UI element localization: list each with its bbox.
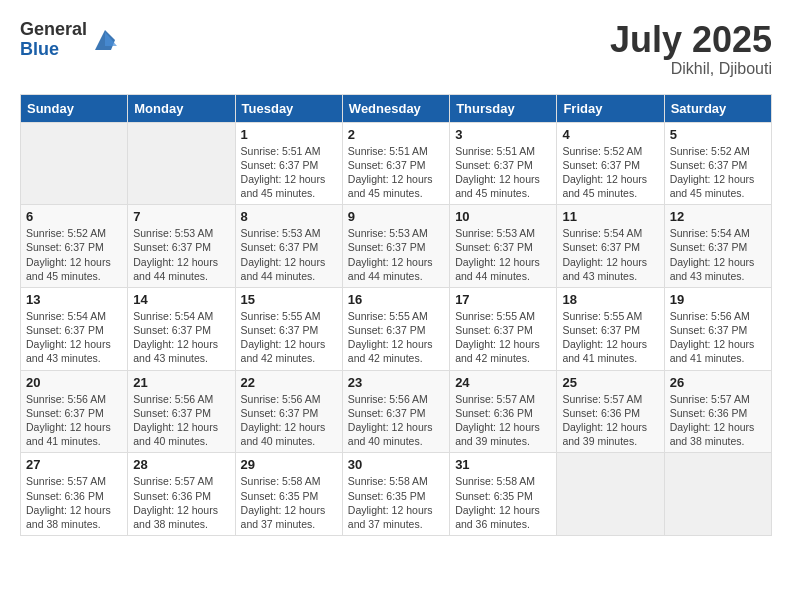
day-number: 25 xyxy=(562,375,658,390)
day-info: Sunrise: 5:51 AM Sunset: 6:37 PM Dayligh… xyxy=(241,144,337,201)
calendar-cell xyxy=(664,453,771,536)
day-number: 18 xyxy=(562,292,658,307)
calendar-week-row: 20Sunrise: 5:56 AM Sunset: 6:37 PM Dayli… xyxy=(21,370,772,453)
calendar-cell: 28Sunrise: 5:57 AM Sunset: 6:36 PM Dayli… xyxy=(128,453,235,536)
weekday-header: Sunday xyxy=(21,94,128,122)
calendar-cell: 1Sunrise: 5:51 AM Sunset: 6:37 PM Daylig… xyxy=(235,122,342,205)
day-number: 10 xyxy=(455,209,551,224)
day-number: 29 xyxy=(241,457,337,472)
day-number: 19 xyxy=(670,292,766,307)
day-number: 12 xyxy=(670,209,766,224)
day-number: 16 xyxy=(348,292,444,307)
weekday-header: Wednesday xyxy=(342,94,449,122)
calendar-cell: 29Sunrise: 5:58 AM Sunset: 6:35 PM Dayli… xyxy=(235,453,342,536)
day-info: Sunrise: 5:58 AM Sunset: 6:35 PM Dayligh… xyxy=(241,474,337,531)
day-number: 22 xyxy=(241,375,337,390)
logo-blue: Blue xyxy=(20,40,87,60)
calendar-cell: 15Sunrise: 5:55 AM Sunset: 6:37 PM Dayli… xyxy=(235,287,342,370)
calendar-week-row: 6Sunrise: 5:52 AM Sunset: 6:37 PM Daylig… xyxy=(21,205,772,288)
day-number: 7 xyxy=(133,209,229,224)
calendar-cell: 7Sunrise: 5:53 AM Sunset: 6:37 PM Daylig… xyxy=(128,205,235,288)
calendar-title: July 2025 xyxy=(610,20,772,60)
day-number: 4 xyxy=(562,127,658,142)
day-info: Sunrise: 5:51 AM Sunset: 6:37 PM Dayligh… xyxy=(455,144,551,201)
day-info: Sunrise: 5:56 AM Sunset: 6:37 PM Dayligh… xyxy=(670,309,766,366)
calendar-cell: 22Sunrise: 5:56 AM Sunset: 6:37 PM Dayli… xyxy=(235,370,342,453)
calendar-cell: 2Sunrise: 5:51 AM Sunset: 6:37 PM Daylig… xyxy=(342,122,449,205)
day-info: Sunrise: 5:58 AM Sunset: 6:35 PM Dayligh… xyxy=(455,474,551,531)
day-info: Sunrise: 5:54 AM Sunset: 6:37 PM Dayligh… xyxy=(133,309,229,366)
day-info: Sunrise: 5:53 AM Sunset: 6:37 PM Dayligh… xyxy=(133,226,229,283)
day-number: 26 xyxy=(670,375,766,390)
calendar-cell xyxy=(557,453,664,536)
day-number: 3 xyxy=(455,127,551,142)
calendar-table: SundayMondayTuesdayWednesdayThursdayFrid… xyxy=(20,94,772,536)
day-info: Sunrise: 5:55 AM Sunset: 6:37 PM Dayligh… xyxy=(348,309,444,366)
calendar-cell: 26Sunrise: 5:57 AM Sunset: 6:36 PM Dayli… xyxy=(664,370,771,453)
calendar-cell: 20Sunrise: 5:56 AM Sunset: 6:37 PM Dayli… xyxy=(21,370,128,453)
weekday-header-row: SundayMondayTuesdayWednesdayThursdayFrid… xyxy=(21,94,772,122)
day-info: Sunrise: 5:53 AM Sunset: 6:37 PM Dayligh… xyxy=(455,226,551,283)
day-info: Sunrise: 5:57 AM Sunset: 6:36 PM Dayligh… xyxy=(670,392,766,449)
day-info: Sunrise: 5:56 AM Sunset: 6:37 PM Dayligh… xyxy=(348,392,444,449)
calendar-cell: 3Sunrise: 5:51 AM Sunset: 6:37 PM Daylig… xyxy=(450,122,557,205)
calendar-cell: 23Sunrise: 5:56 AM Sunset: 6:37 PM Dayli… xyxy=(342,370,449,453)
day-info: Sunrise: 5:57 AM Sunset: 6:36 PM Dayligh… xyxy=(455,392,551,449)
day-number: 1 xyxy=(241,127,337,142)
day-number: 2 xyxy=(348,127,444,142)
day-info: Sunrise: 5:57 AM Sunset: 6:36 PM Dayligh… xyxy=(133,474,229,531)
day-info: Sunrise: 5:51 AM Sunset: 6:37 PM Dayligh… xyxy=(348,144,444,201)
calendar-cell: 8Sunrise: 5:53 AM Sunset: 6:37 PM Daylig… xyxy=(235,205,342,288)
calendar-cell: 16Sunrise: 5:55 AM Sunset: 6:37 PM Dayli… xyxy=(342,287,449,370)
calendar-cell: 11Sunrise: 5:54 AM Sunset: 6:37 PM Dayli… xyxy=(557,205,664,288)
day-info: Sunrise: 5:55 AM Sunset: 6:37 PM Dayligh… xyxy=(562,309,658,366)
title-block: July 2025 Dikhil, Djibouti xyxy=(610,20,772,78)
day-number: 15 xyxy=(241,292,337,307)
page-header: General Blue July 2025 Dikhil, Djibouti xyxy=(20,20,772,78)
day-number: 20 xyxy=(26,375,122,390)
day-number: 9 xyxy=(348,209,444,224)
day-number: 17 xyxy=(455,292,551,307)
day-info: Sunrise: 5:57 AM Sunset: 6:36 PM Dayligh… xyxy=(26,474,122,531)
day-number: 21 xyxy=(133,375,229,390)
day-info: Sunrise: 5:54 AM Sunset: 6:37 PM Dayligh… xyxy=(26,309,122,366)
calendar-week-row: 1Sunrise: 5:51 AM Sunset: 6:37 PM Daylig… xyxy=(21,122,772,205)
logo-general: General xyxy=(20,20,87,40)
calendar-cell: 6Sunrise: 5:52 AM Sunset: 6:37 PM Daylig… xyxy=(21,205,128,288)
calendar-cell: 17Sunrise: 5:55 AM Sunset: 6:37 PM Dayli… xyxy=(450,287,557,370)
calendar-cell: 31Sunrise: 5:58 AM Sunset: 6:35 PM Dayli… xyxy=(450,453,557,536)
calendar-cell: 4Sunrise: 5:52 AM Sunset: 6:37 PM Daylig… xyxy=(557,122,664,205)
calendar-cell: 30Sunrise: 5:58 AM Sunset: 6:35 PM Dayli… xyxy=(342,453,449,536)
day-number: 28 xyxy=(133,457,229,472)
weekday-header: Friday xyxy=(557,94,664,122)
day-number: 14 xyxy=(133,292,229,307)
day-info: Sunrise: 5:54 AM Sunset: 6:37 PM Dayligh… xyxy=(562,226,658,283)
day-number: 27 xyxy=(26,457,122,472)
calendar-cell: 12Sunrise: 5:54 AM Sunset: 6:37 PM Dayli… xyxy=(664,205,771,288)
calendar-cell: 24Sunrise: 5:57 AM Sunset: 6:36 PM Dayli… xyxy=(450,370,557,453)
day-info: Sunrise: 5:53 AM Sunset: 6:37 PM Dayligh… xyxy=(241,226,337,283)
day-number: 6 xyxy=(26,209,122,224)
day-info: Sunrise: 5:52 AM Sunset: 6:37 PM Dayligh… xyxy=(26,226,122,283)
calendar-cell: 14Sunrise: 5:54 AM Sunset: 6:37 PM Dayli… xyxy=(128,287,235,370)
calendar-week-row: 13Sunrise: 5:54 AM Sunset: 6:37 PM Dayli… xyxy=(21,287,772,370)
day-info: Sunrise: 5:52 AM Sunset: 6:37 PM Dayligh… xyxy=(562,144,658,201)
day-info: Sunrise: 5:56 AM Sunset: 6:37 PM Dayligh… xyxy=(133,392,229,449)
day-info: Sunrise: 5:56 AM Sunset: 6:37 PM Dayligh… xyxy=(241,392,337,449)
logo-icon xyxy=(91,26,119,54)
calendar-cell xyxy=(21,122,128,205)
day-number: 8 xyxy=(241,209,337,224)
weekday-header: Monday xyxy=(128,94,235,122)
calendar-cell: 9Sunrise: 5:53 AM Sunset: 6:37 PM Daylig… xyxy=(342,205,449,288)
calendar-cell xyxy=(128,122,235,205)
day-info: Sunrise: 5:58 AM Sunset: 6:35 PM Dayligh… xyxy=(348,474,444,531)
day-info: Sunrise: 5:54 AM Sunset: 6:37 PM Dayligh… xyxy=(670,226,766,283)
calendar-cell: 25Sunrise: 5:57 AM Sunset: 6:36 PM Dayli… xyxy=(557,370,664,453)
calendar-cell: 10Sunrise: 5:53 AM Sunset: 6:37 PM Dayli… xyxy=(450,205,557,288)
calendar-week-row: 27Sunrise: 5:57 AM Sunset: 6:36 PM Dayli… xyxy=(21,453,772,536)
calendar-cell: 13Sunrise: 5:54 AM Sunset: 6:37 PM Dayli… xyxy=(21,287,128,370)
day-number: 5 xyxy=(670,127,766,142)
logo: General Blue xyxy=(20,20,119,60)
calendar-cell: 27Sunrise: 5:57 AM Sunset: 6:36 PM Dayli… xyxy=(21,453,128,536)
day-info: Sunrise: 5:52 AM Sunset: 6:37 PM Dayligh… xyxy=(670,144,766,201)
